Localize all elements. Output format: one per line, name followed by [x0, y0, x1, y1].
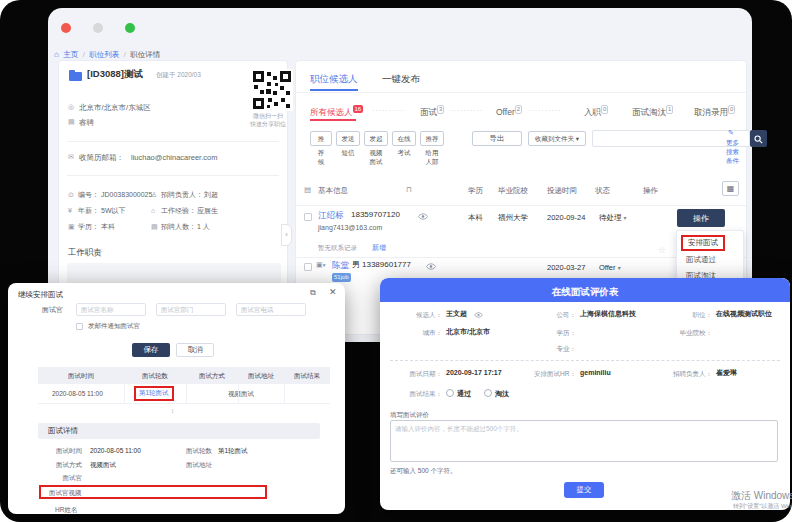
close-icon[interactable]: ✕ — [329, 287, 337, 298]
tab-publish[interactable]: 一键发布 — [382, 73, 420, 85]
col-basic-info: 基本信息 — [318, 186, 348, 195]
status-dropdown[interactable]: Offer ▾ — [599, 263, 621, 273]
result-pass-radio[interactable]: 通过 — [446, 389, 471, 399]
window-minimize-button[interactable] — [93, 23, 103, 33]
cell-school: 福州大学 — [498, 213, 528, 222]
breadcrumb-home[interactable]: 主页 — [63, 50, 78, 59]
interviewer-name-input[interactable] — [76, 303, 146, 316]
radio-icon — [484, 389, 492, 397]
window-close-button[interactable] — [61, 23, 71, 33]
window-zoom-button[interactable] — [125, 23, 135, 33]
job-degree: 本科 — [101, 223, 115, 232]
subtab-offer[interactable]: Offer2 — [496, 105, 522, 118]
menu-item-interview-pass[interactable]: 面试通过 — [686, 255, 716, 264]
filter-icon[interactable]: ⊓ — [406, 185, 412, 194]
row-checkbox[interactable] — [304, 213, 312, 221]
subtab-rejected[interactable]: 面试淘汰1 — [632, 105, 673, 118]
star-icon[interactable]: ☆ — [658, 245, 666, 256]
resume-email-label: 收简历邮箱： — [79, 153, 124, 162]
detail-section-header: 面试详情 — [38, 423, 320, 439]
tab-candidates[interactable]: 职位候选人 — [310, 73, 358, 85]
more-search-1[interactable]: 更多 — [726, 139, 739, 147]
start-video-interview-button[interactable]: 发起 — [364, 131, 388, 146]
button-caption: 荐 — [310, 149, 332, 158]
submit-button[interactable]: 提交 — [564, 482, 604, 498]
breadcrumb-jobs[interactable]: 职位列表 — [89, 50, 119, 59]
contact-add-link[interactable]: 新增 — [372, 244, 386, 253]
subtab-interview[interactable]: 面试3 — [420, 105, 444, 118]
status-dropdown[interactable]: 待处理 ▾ — [599, 213, 627, 223]
eye-icon[interactable] — [426, 263, 436, 270]
save-button[interactable]: 保存 — [132, 343, 170, 357]
subtab-all[interactable]: 所有候选人16 — [310, 105, 363, 118]
export-button[interactable]: 导出 — [472, 131, 522, 146]
send-sms-button[interactable]: 发送 — [336, 131, 360, 146]
grid-icon: ▦ — [727, 184, 735, 193]
favorite-folder-dropdown[interactable]: 收藏到文件夹 ▾ — [528, 131, 586, 146]
subtab-cancelled[interactable]: 取消录用0 — [694, 105, 735, 118]
notify-checkbox-label: 发邮件通知面试官 — [88, 322, 140, 330]
cancel-button[interactable]: 取消 — [176, 343, 214, 357]
button-caption: 短信 — [336, 149, 360, 158]
job-company: 睿聘 — [79, 118, 94, 127]
more-search-3[interactable]: 条件 — [726, 157, 739, 165]
interview-date-label: 面试日期： — [394, 370, 442, 378]
source-tag: 51job — [332, 273, 351, 282]
col-degree: 学历 — [468, 186, 483, 195]
interviewer-dept-input[interactable] — [156, 303, 226, 316]
recommend-candidate-button[interactable]: 推 — [310, 131, 332, 146]
position-label: 职位： — [664, 311, 712, 319]
location-icon: ◎ — [68, 103, 74, 112]
action-button[interactable]: 操作 — [677, 209, 725, 227]
panel-collapse-handle[interactable]: ‹ — [281, 224, 292, 246]
home-icon[interactable]: ⌂ — [54, 50, 59, 59]
subtab-dots: ·········· — [450, 107, 483, 116]
select-all-icon[interactable]: ▤ — [304, 185, 311, 194]
subtab-rejected-badge: 1 — [666, 105, 673, 114]
round-table-header: 面试地址 — [238, 367, 284, 384]
headcount-icon: ▤ — [151, 223, 158, 232]
row-checkbox[interactable] — [304, 263, 312, 271]
job-owner-label: 招聘负责人： — [161, 191, 203, 200]
subtab-all-badge: 16 — [353, 105, 364, 113]
city-label: 城市： — [394, 329, 442, 337]
job-count: 1 人 — [197, 223, 210, 232]
button-caption: 面试 — [364, 158, 388, 167]
col-school: 毕业院校 — [498, 186, 528, 195]
interviewer-phone-input[interactable] — [236, 303, 306, 316]
round-link[interactable]: 第1轮面试 — [134, 386, 174, 401]
result-fail-radio[interactable]: 淘汰 — [484, 389, 509, 399]
resume-source-icon[interactable]: ▣▾ — [316, 261, 325, 270]
comment-textarea[interactable] — [390, 420, 778, 462]
experience-icon: ⌂ — [151, 207, 155, 216]
col-action: 操作 — [643, 186, 658, 195]
pencil-icon: ✎ — [728, 129, 734, 138]
eye-icon[interactable] — [474, 312, 483, 318]
job-salary-label: 年薪： — [78, 207, 99, 216]
column-settings-button[interactable]: ▦ — [722, 181, 739, 196]
candidate-name-link[interactable]: 江绍标 — [318, 210, 344, 221]
subtab-onboard[interactable]: 入职0 — [584, 105, 608, 118]
expand-icon[interactable]: ⧉ — [310, 288, 316, 298]
subtab-dots: ·········· — [528, 107, 561, 116]
button-caption: 考试 — [392, 149, 416, 158]
notify-checkbox[interactable] — [76, 323, 83, 330]
job-salary: 5W以下 — [101, 207, 126, 216]
resume-email: liuchao@chinacareer.com — [131, 153, 217, 162]
online-exam-button[interactable]: 在线 — [392, 131, 416, 146]
menu-item-schedule-interview[interactable]: 安排面试 — [681, 235, 725, 251]
search-button[interactable] — [750, 130, 767, 147]
collapse-toggle-icon[interactable]: ↕ — [171, 407, 174, 415]
candidate-name-link[interactable]: 陈堂 — [332, 260, 349, 271]
job-owner: 刘超 — [204, 191, 218, 200]
evaluation-modal: 在线面试评价表 候选人： 王文超 公司： 上海保棋信息科技 职位： 在线视频测试… — [380, 278, 790, 510]
recommend-to-dept-button[interactable]: 推荐 — [420, 131, 444, 146]
detail-video-label[interactable]: 面试官视频 — [49, 489, 82, 497]
more-search-2[interactable]: 搜索 — [726, 148, 739, 156]
tab-underline — [310, 89, 358, 91]
eye-icon[interactable] — [418, 213, 428, 220]
subtab-underline — [310, 119, 356, 121]
round-table-header: 面试方式 — [186, 367, 238, 384]
cell-date: 2020-09-24 — [547, 213, 585, 222]
interviewer-label: 面试官 — [42, 306, 72, 315]
